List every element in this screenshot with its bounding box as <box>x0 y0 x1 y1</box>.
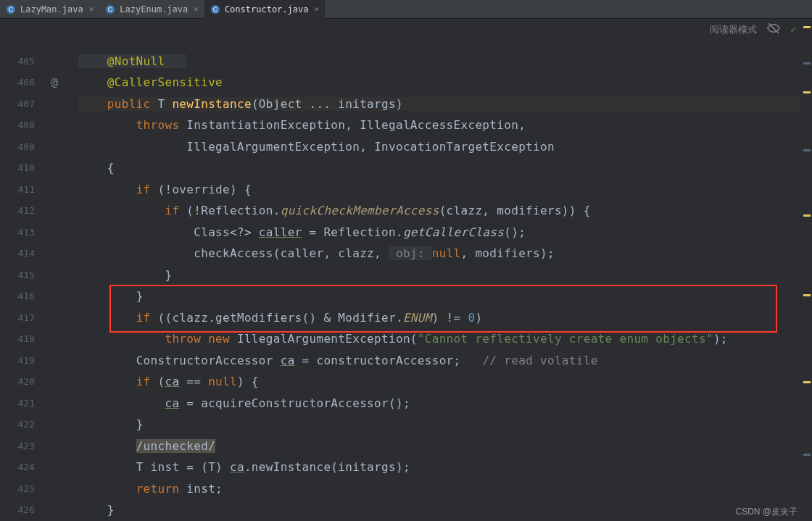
var-ca: ca <box>281 354 295 367</box>
method-name: newInstance <box>172 97 251 111</box>
close-icon[interactable]: × <box>89 4 94 14</box>
txt: = Reflection. <box>302 225 403 239</box>
class-icon: C <box>105 4 115 14</box>
class-icon: C <box>210 4 220 14</box>
fn-getcaller: getCallerClass <box>403 225 504 239</box>
tab-bar: C LazyMan.java × C LazyEnum.java × C Con… <box>0 0 812 19</box>
minimap[interactable] <box>802 19 812 521</box>
exceptions-2: IllegalArgumentException, InvocationTarg… <box>186 140 555 154</box>
override-mark[interactable]: @ <box>35 72 58 93</box>
line-no: 408 <box>0 114 35 136</box>
line-no: 424 <box>0 457 35 478</box>
cond-override: (!override) { <box>151 183 252 196</box>
editor: 405 406 407 408 409 410 411 412 413 414 … <box>0 19 812 521</box>
fn-iaex: IllegalArgumentException( <box>237 332 418 346</box>
kw-if: if <box>136 183 151 196</box>
var-ca: ca <box>230 460 244 474</box>
watermark: CSDN @皮夹子 <box>735 506 798 518</box>
kw-if: if <box>136 375 151 388</box>
txt: = constructorAccessor; <box>295 354 483 367</box>
kw-if: if <box>165 204 179 217</box>
exceptions-1: InstantiationException, IllegalAccessExc… <box>186 118 526 132</box>
line-no: 419 <box>0 350 35 372</box>
line-no: 413 <box>0 222 35 243</box>
close-icon[interactable]: × <box>314 4 319 14</box>
line-no: 420 <box>0 371 35 393</box>
line-no: 422 <box>0 414 35 435</box>
fn-checkaccess: checkAccess(caller, clazz, <box>194 246 389 260</box>
line-no: 416 <box>0 285 35 307</box>
var-ca: ca <box>165 375 179 388</box>
line-no: 421 <box>0 393 35 414</box>
highlight-box <box>109 285 777 333</box>
txt: .newInstance(initargs); <box>244 460 410 474</box>
line-no: 411 <box>0 179 35 201</box>
txt: ) { <box>237 375 259 388</box>
line-no: 407 <box>0 93 35 115</box>
line-no: 414 <box>0 243 35 264</box>
svg-text:C: C <box>108 6 113 13</box>
line-no: 410 <box>0 157 35 179</box>
type-param: T <box>208 460 215 474</box>
type-param: T <box>157 97 165 111</box>
annotation: @CallerSensitive <box>107 75 223 89</box>
comment-read: // read volatile <box>482 354 597 367</box>
line-no: 426 <box>0 499 35 521</box>
txt: = ( <box>179 460 208 474</box>
string-msg: "Cannot reflectively create enum objects… <box>418 332 713 346</box>
line-no: 409 <box>0 136 35 158</box>
warn-unchecked: /unchecked/ <box>136 439 215 453</box>
code-area[interactable]: @NotNull @CallerSensitive public T newIn… <box>64 19 802 521</box>
kw-public: public <box>107 97 151 111</box>
brace-close: } <box>165 268 172 282</box>
gutter-marks: @ <box>35 19 64 521</box>
brace-close: } <box>136 417 144 431</box>
kw-throws: throws <box>136 118 180 132</box>
line-gutter: 405 406 407 408 409 410 411 412 413 414 … <box>0 19 35 521</box>
txt: = acquireConstructorAccessor(); <box>179 396 410 410</box>
line-no: 418 <box>0 328 35 350</box>
kw-throw: throw <box>165 332 201 346</box>
class-decl: Class<?> <box>194 225 259 239</box>
param-hint: obj: <box>389 246 432 260</box>
tab-lazyman[interactable]: C LazyMan.java × <box>0 0 99 19</box>
line-no: 417 <box>0 307 35 329</box>
type-ctoracc: ConstructorAccessor <box>136 354 281 367</box>
tab-label: LazyEnum.java <box>120 4 188 14</box>
line-no: 423 <box>0 435 35 457</box>
fn-quickcheck: quickCheckMemberAccess <box>281 204 439 217</box>
txt: ) <box>215 460 230 474</box>
svg-text:C: C <box>213 6 218 13</box>
svg-text:C: C <box>9 6 14 13</box>
kw-return: return <box>136 482 180 496</box>
brace-open: { <box>107 161 115 175</box>
txt: (); <box>504 225 526 239</box>
txt: , modifiers); <box>461 246 555 260</box>
var-inst: inst <box>151 460 180 474</box>
line-no: 406 <box>0 72 35 93</box>
tab-lazyenum[interactable]: C LazyEnum.java × <box>99 0 204 19</box>
line-no: 425 <box>0 478 35 500</box>
txt: ); <box>713 332 728 346</box>
txt: inst; <box>179 482 223 496</box>
var-caller: caller <box>259 225 302 239</box>
kw-new: new <box>208 332 230 346</box>
close-icon[interactable]: × <box>194 4 199 14</box>
sig-tail: (Object ... initargs) <box>252 97 403 111</box>
type-param: T <box>136 460 144 474</box>
line-no: 405 <box>0 51 35 72</box>
tab-label: LazyMan.java <box>20 4 83 14</box>
tab-label: Constructor.java <box>225 4 309 14</box>
tab-constructor[interactable]: C Constructor.java × <box>204 0 325 19</box>
txt: (clazz, modifiers)) { <box>439 204 591 217</box>
brace-close: } <box>107 503 115 517</box>
kw-null: null <box>208 375 237 388</box>
txt: == <box>179 375 208 388</box>
kw-null: null <box>432 246 461 260</box>
txt: (!Reflection. <box>179 204 280 217</box>
line-no: 415 <box>0 264 35 286</box>
line-no: 412 <box>0 200 35 222</box>
annotation: @NotNull <box>107 54 165 68</box>
var-ca: ca <box>165 396 179 410</box>
class-icon: C <box>6 4 16 14</box>
